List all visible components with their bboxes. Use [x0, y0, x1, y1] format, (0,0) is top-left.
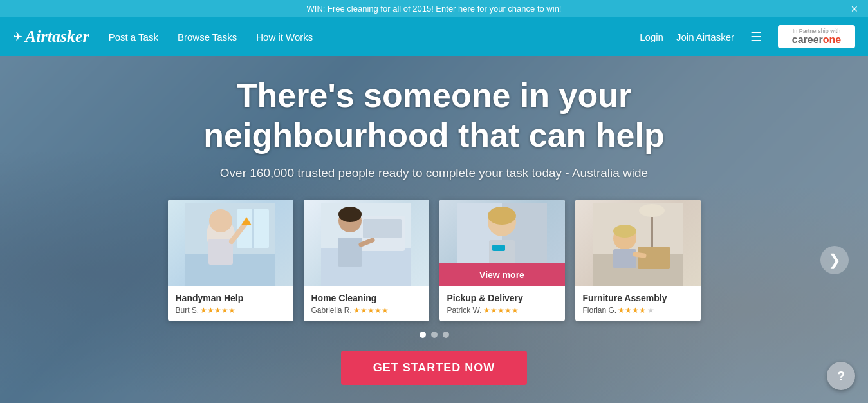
service-card-delivery[interactable]: View more Pickup & Delivery Patrick W. ★… [439, 200, 565, 321]
card-title-cleaning: Home Cleaning [311, 293, 421, 303]
card-user-furniture: Florian G. ★★★★★ [583, 306, 693, 315]
announcement-text: WIN: Free cleaning for all of 2015! Ente… [307, 4, 562, 14]
card-image-handyman [168, 200, 293, 286]
card-username-handyman: Burt S. [176, 306, 199, 315]
card-username-cleaning: Gabriella R. [311, 306, 352, 315]
card-title-delivery: Pickup & Delivery [447, 293, 557, 303]
hero-section: There's someone in your neighbourhood th… [0, 56, 868, 403]
careerone-logo: careerone [792, 34, 842, 46]
get-started-button[interactable]: GET STARTED NOW [341, 351, 528, 385]
careerone-name-career: career [792, 34, 823, 45]
nav-right: Login Join Airtasker ☰ In Partnership wi… [640, 25, 855, 48]
svg-point-5 [209, 209, 232, 232]
cta-section: GET STARTED NOW [341, 351, 528, 385]
svg-rect-15 [338, 238, 362, 267]
login-link[interactable]: Login [640, 32, 663, 42]
careerone-partnership-text: In Partnership with [793, 28, 841, 34]
logo-icon: ✈ [13, 30, 23, 44]
cards-container: Handyman Help Burt S. ★★★★★ [0, 200, 868, 321]
card-stars-delivery: ★★★★★ [483, 306, 519, 315]
card-body-cleaning: Home Cleaning Gabriella R. ★★★★★ [304, 286, 429, 321]
card-stars-furniture-empty: ★ [647, 306, 654, 315]
view-more-overlay[interactable]: View more [439, 263, 565, 286]
card-image-furniture [575, 200, 701, 286]
svg-point-14 [338, 207, 362, 222]
logo-text: Airtasker [25, 27, 89, 46]
hero-subtitle: Over 160,000 trusted people ready to com… [220, 166, 648, 180]
announcement-close-button[interactable]: ✕ [851, 4, 858, 14]
card-user-delivery: Patrick W. ★★★★★ [447, 306, 557, 315]
card-user-handyman: Burt S. ★★★★★ [176, 306, 286, 315]
svg-rect-23 [492, 245, 505, 251]
carousel-next-button[interactable]: ❯ [820, 246, 849, 274]
hero-title: There's someone in your neighbourhood th… [145, 75, 724, 156]
carousel-dot-1[interactable] [420, 332, 426, 338]
svg-point-30 [613, 225, 636, 238]
card-image-delivery: View more [439, 200, 565, 286]
svg-point-27 [639, 204, 665, 217]
card-username-furniture: Florian G. [583, 306, 617, 315]
svg-rect-31 [613, 249, 636, 268]
card-image-cleaning [304, 200, 429, 286]
service-card-handyman[interactable]: Handyman Help Burt S. ★★★★★ [168, 200, 293, 321]
card-stars-handyman: ★★★★★ [200, 306, 235, 315]
logo[interactable]: ✈ Airtasker [13, 27, 89, 46]
careerone-badge: In Partnership with careerone [778, 25, 855, 48]
card-person-cleaning [304, 200, 429, 286]
svg-rect-6 [208, 239, 233, 265]
nav-link-browse-tasks[interactable]: Browse Tasks [178, 32, 237, 42]
cards-row: Handyman Help Burt S. ★★★★★ [0, 200, 868, 321]
svg-rect-28 [638, 247, 670, 269]
card-stars-furniture: ★★★★ [618, 306, 646, 315]
card-user-cleaning: Gabriella R. ★★★★★ [311, 306, 421, 315]
nav-link-post-task[interactable]: Post a Task [109, 32, 158, 42]
service-card-furniture[interactable]: Furniture Assembly Florian G. ★★★★★ [575, 200, 701, 321]
card-stars-cleaning: ★★★★★ [353, 306, 389, 315]
svg-line-32 [635, 254, 644, 256]
card-username-delivery: Patrick W. [447, 306, 482, 315]
card-title-furniture: Furniture Assembly [583, 293, 693, 303]
card-title-handyman: Handyman Help [176, 293, 286, 303]
carousel-dot-3[interactable] [443, 332, 449, 338]
hero-content: There's someone in your neighbourhood th… [0, 56, 868, 385]
join-button[interactable]: Join Airtasker [676, 32, 734, 42]
nav-links: Post a Task Browse Tasks How it Works [109, 32, 640, 42]
card-body-handyman: Handyman Help Burt S. ★★★★★ [168, 286, 293, 321]
card-body-delivery: Pickup & Delivery Patrick W. ★★★★★ [439, 286, 565, 321]
card-person-handyman [168, 200, 293, 286]
announcement-bar: WIN: Free cleaning for all of 2015! Ente… [0, 0, 868, 17]
careerone-name-one: one [823, 34, 841, 45]
nav-link-how-it-works[interactable]: How it Works [256, 32, 313, 42]
svg-rect-10 [321, 248, 411, 286]
card-person-furniture [575, 200, 701, 286]
carousel-dots [420, 332, 449, 338]
hamburger-icon[interactable]: ☰ [747, 26, 765, 48]
svg-rect-12 [363, 219, 402, 238]
service-card-cleaning[interactable]: Home Cleaning Gabriella R. ★★★★★ [304, 200, 429, 321]
navbar: ✈ Airtasker Post a Task Browse Tasks How… [0, 17, 868, 56]
svg-point-21 [488, 207, 516, 225]
carousel-dot-2[interactable] [431, 332, 438, 338]
card-body-furniture: Furniture Assembly Florian G. ★★★★★ [575, 286, 701, 321]
